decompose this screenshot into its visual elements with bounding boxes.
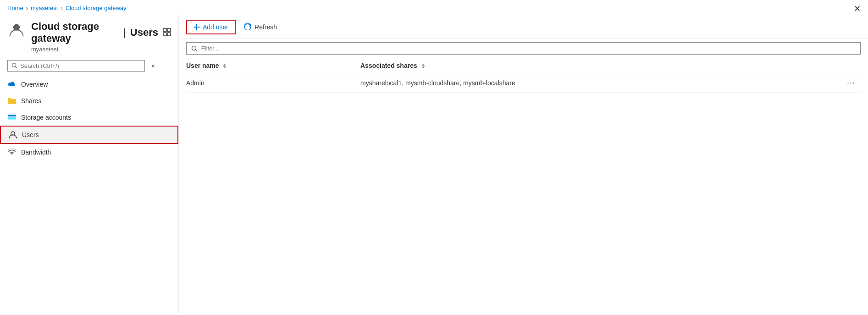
svg-line-6 [16,67,17,68]
toolbar: Add user Refresh [179,14,868,39]
breadcrumb-parent[interactable]: myasetest [31,5,58,11]
search-input-wrap [7,60,145,72]
table-header-row: User name Associated shares [186,58,861,73]
table-row: Admin mysharelocal1, mysmb-cloudshare, m… [186,73,861,93]
resource-title-group: Cloud storage gateway | Users myasetest [31,21,171,53]
filter-wrap [186,42,861,55]
sort-icon-username [222,63,227,69]
sort-icon-shares [421,63,426,69]
plus-icon [194,24,200,30]
feedback-icon[interactable] [163,27,171,39]
sidebar-item-bandwidth[interactable]: Bandwidth [0,144,178,160]
close-button[interactable]: ✕ [854,4,861,14]
folder-icon [7,96,17,105]
svg-rect-3 [163,33,166,36]
nav-list: Overview Shares [0,76,178,160]
sidebar-item-overview[interactable]: Overview [0,76,178,93]
svg-line-14 [195,50,197,51]
refresh-button[interactable]: Refresh [238,20,284,34]
cell-shares: mysharelocal1, mysmb-cloudshare, mysmb-l… [360,73,838,93]
cell-actions: ··· [838,73,861,93]
sidebar-header: Cloud storage gateway | Users myasetest [0,14,178,57]
storage-icon [7,113,17,122]
breadcrumb-home[interactable]: Home [7,5,23,11]
resource-title: Cloud storage gateway | Users [31,21,171,45]
content-area: Add user Refresh [179,14,868,313]
search-input[interactable] [20,62,141,69]
breadcrumb-current[interactable]: Cloud storage gateway [66,5,127,11]
cell-username: Admin [186,73,360,93]
collapse-sidebar-button[interactable]: « [149,61,158,70]
svg-rect-1 [163,28,166,32]
breadcrumb: Home › myasetest › Cloud storage gateway [0,0,868,14]
wifi-icon [7,148,17,157]
resource-subtitle: myasetest [31,46,171,53]
svg-rect-8 [8,117,16,119]
cloud-icon [7,80,17,89]
filter-input[interactable] [201,45,856,52]
sidebar-item-shares[interactable]: Shares [0,93,178,109]
svg-rect-4 [167,33,171,36]
search-bar: « [0,57,178,76]
svg-rect-2 [167,28,171,32]
filter-bar [179,39,868,58]
col-header-shares[interactable]: Associated shares [360,58,838,73]
svg-rect-7 [8,115,16,116]
row-more-button[interactable]: ··· [847,78,855,88]
data-table: User name Associated shares [179,58,868,313]
refresh-icon [244,23,252,31]
col-header-actions [838,58,861,73]
resource-avatar [7,21,26,39]
add-user-button[interactable]: Add user [186,20,236,34]
svg-rect-9 [8,119,16,120]
sidebar-item-storage-accounts[interactable]: Storage accounts [0,109,178,126]
person-icon [8,130,17,139]
col-header-username[interactable]: User name [186,58,360,73]
search-icon [11,62,17,69]
sidebar-item-users[interactable]: Users [0,126,178,144]
sidebar: Cloud storage gateway | Users myasetest [0,14,179,313]
filter-search-icon [191,45,198,52]
